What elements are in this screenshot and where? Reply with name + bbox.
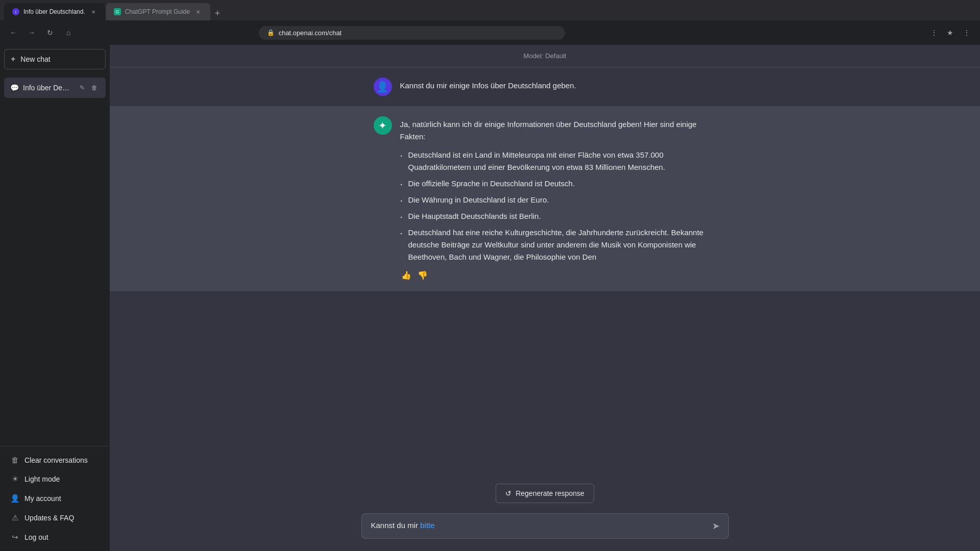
new-chat-button[interactable]: + New chat [4,49,106,69]
tab-title-info: Info über Deutschland. [23,8,85,15]
app: + New chat 💬 Info über Deutschland. ✎ 🗑 … [0,45,980,551]
plus-icon: + [11,55,15,64]
reload-button[interactable]: ↻ [43,26,57,40]
user-message-content: Kannst du mir einige Infos über Deutschl… [400,78,717,92]
chat-list: 💬 Info über Deutschland. ✎ 🗑 [0,76,110,446]
back-button[interactable]: ← [6,26,20,40]
logout-label: Log out [24,533,48,541]
new-chat-label: New chat [20,55,50,63]
bookmark-icon[interactable]: ★ [943,26,958,40]
updates-label: Updates & FAQ [24,514,74,522]
send-icon: ➤ [712,521,720,531]
user-avatar: 👤 [374,78,392,96]
input-container: Kannst du mir bitte ➤ [361,513,729,539]
address-text: chat.openai.com/chat [279,29,342,37]
chat-item-title: Info über Deutschland. [23,84,73,92]
thumbs-down-button[interactable]: 👎 [416,269,429,281]
bottom-area: ↺ Regenerate response Kannst du mir bitt… [110,473,980,551]
home-button[interactable]: ⌂ [61,26,76,40]
menu-icon[interactable]: ⋮ [960,26,974,40]
sidebar-item-clear[interactable]: 🗑 Clear conversations [4,450,106,469]
list-item: Die Hauptstadt Deutschlands ist Berlin. [400,208,717,224]
chat-area: 👤 Kannst du mir einige Infos über Deutsc… [110,67,980,473]
user-message-text: Kannst du mir einige Infos über Deutschl… [400,81,576,90]
edit-chat-button[interactable]: ✎ [77,83,87,93]
sidebar-bottom: 🗑 Clear conversations ☀ Light mode 👤 My … [0,446,110,551]
new-tab-button[interactable]: + [210,6,225,20]
assistant-avatar: ✦ [374,116,392,135]
sidebar: + New chat 💬 Info über Deutschland. ✎ 🗑 … [0,45,110,551]
thumbs-up-button[interactable]: 👍 [400,269,412,281]
regenerate-icon: ↺ [505,489,511,497]
tab-title-prompt: ChatGPT Prompt Guide [125,8,190,15]
list-item: Die Währung in Deutschland ist der Euro. [400,192,717,208]
message-group-assistant: ✦ Ja, natürlich kann ich dir einige Info… [110,106,980,291]
sun-icon: ☀ [10,474,19,484]
chat-item[interactable]: 💬 Info über Deutschland. ✎ 🗑 [4,78,106,98]
regenerate-button[interactable]: ↺ Regenerate response [496,484,594,503]
message-actions: 👍 👎 [400,269,717,281]
extensions-icon[interactable]: ⋮ [927,26,941,40]
logout-icon: ↪ [10,533,19,542]
forward-button[interactable]: → [24,26,39,40]
address-bar[interactable]: 🔒 chat.openai.com/chat [259,26,565,40]
sidebar-item-updates[interactable]: ⚠ Updates & FAQ [4,508,106,528]
lock-icon: 🔒 [267,29,275,36]
message-inner-assistant: ✦ Ja, natürlich kann ich dir einige Info… [361,116,729,281]
openai-logo-icon: ✦ [378,119,387,132]
sidebar-item-light-mode[interactable]: ☀ Light mode [4,469,106,489]
model-label: Model: Default [524,52,567,60]
sidebar-item-logout[interactable]: ↪ Log out [4,528,106,547]
regenerate-row: ↺ Regenerate response [122,480,968,513]
list-item: Die offizielle Sprache in Deutschland is… [400,176,717,192]
list-item: Deutschland hat eine reiche Kulturgeschi… [400,224,717,265]
list-item: Deutschland ist ein Land in Mitteleuropa… [400,147,717,176]
updates-icon: ⚠ [10,513,19,522]
sidebar-top: + New chat [0,45,110,76]
browser-tabs: i Info über Deutschland. ✕ G ChatGPT Pro… [0,0,980,20]
clear-icon: 🗑 [10,456,19,464]
model-bar: Model: Default [110,45,980,67]
tab-favicon-info: i [12,8,19,15]
account-icon: 👤 [10,494,19,503]
toolbar-icons: ⋮ ★ ⋮ [927,26,974,40]
send-button[interactable]: ➤ [710,518,722,534]
assistant-message-content: Ja, natürlich kann ich dir einige Inform… [400,116,717,281]
tab-info[interactable]: i Info über Deutschland. ✕ [4,3,106,20]
regenerate-label: Regenerate response [516,489,584,497]
sidebar-item-my-account[interactable]: 👤 My account [4,489,106,508]
assistant-intro: Ja, natürlich kann ich dir einige Inform… [400,118,717,143]
clear-label: Clear conversations [24,456,88,464]
delete-chat-button[interactable]: 🗑 [89,83,100,93]
tab-close-info[interactable]: ✕ [89,8,97,16]
browser-toolbar: ← → ↻ ⌂ 🔒 chat.openai.com/chat ⋮ ★ ⋮ [0,20,980,45]
chat-item-actions: ✎ 🗑 [77,83,100,93]
message-inner-user: 👤 Kannst du mir einige Infos über Deutsc… [361,78,729,96]
tab-close-prompt[interactable]: ✕ [194,8,202,16]
chat-input[interactable]: Kannst du mir bitte [361,513,729,539]
browser-chrome: i Info über Deutschland. ✕ G ChatGPT Pro… [0,0,980,45]
tab-favicon-gpt: G [114,8,121,15]
assistant-bullet-list: Deutschland ist ein Land in Mitteleuropa… [400,147,717,265]
my-account-label: My account [24,494,61,503]
chat-bubble-icon: 💬 [10,84,19,92]
message-group-user: 👤 Kannst du mir einige Infos über Deutsc… [110,67,980,106]
light-mode-label: Light mode [24,475,60,483]
tab-prompt[interactable]: G ChatGPT Prompt Guide ✕ [106,3,210,20]
main-content: Model: Default 👤 Kannst du mir einige In… [110,45,980,551]
